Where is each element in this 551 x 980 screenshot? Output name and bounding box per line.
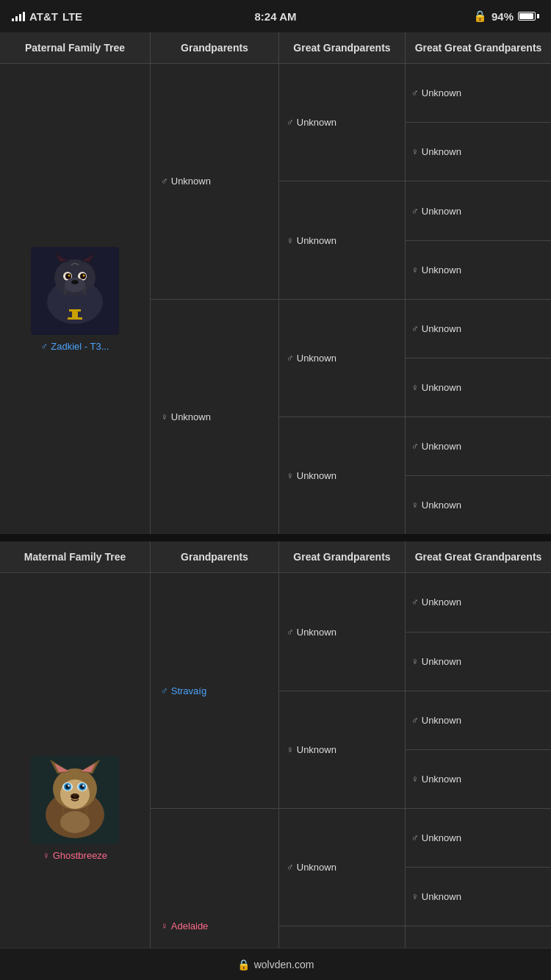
paternal-gggp-7-symbol: ♀: [411, 500, 419, 511]
maternal-gggp-4-symbol: ♂: [411, 832, 419, 843]
paternal-grandfather-node[interactable]: ♂ Unknown: [161, 176, 211, 187]
paternal-ggp-3-symbol: ♀: [287, 470, 294, 481]
paternal-gggp-2-name: Unknown: [422, 206, 461, 217]
paternal-gp-col: ♂ Unknown ♀ Unknown: [151, 64, 279, 534]
paternal-gggp-2-symbol: ♂: [411, 206, 419, 217]
maternal-gggp-4-name: Unknown: [422, 832, 461, 843]
paternal-gggp-6[interactable]: ♂ Unknown: [406, 417, 551, 476]
paternal-gggp-3-symbol: ♀: [411, 264, 419, 275]
paternal-ggp-3[interactable]: ♀ Unknown: [279, 417, 405, 534]
maternal-grandmother-name: Adelaide: [171, 920, 209, 932]
paternal-gggp-7[interactable]: ♀ Unknown: [406, 476, 551, 534]
maternal-ggp-2[interactable]: ♂ Unknown: [279, 809, 405, 926]
maternal-gggp-5[interactable]: ♀ Unknown: [406, 868, 551, 926]
maternal-gggp-0[interactable]: ♂ Unknown: [406, 573, 551, 632]
svg-rect-16: [72, 311, 78, 317]
paternal-gggp-7-name: Unknown: [422, 500, 461, 511]
paternal-gggp-5-name: Unknown: [422, 382, 461, 393]
paternal-ggp-2[interactable]: ♂ Unknown: [279, 300, 405, 417]
maternal-gggp-2-name: Unknown: [422, 715, 461, 726]
maternal-section: Maternal Family Tree Grandparents Great …: [0, 541, 551, 980]
paternal-gggp-0[interactable]: ♂ Unknown: [406, 64, 551, 123]
maternal-gggp-3[interactable]: ♀ Unknown: [406, 750, 551, 809]
svg-point-12: [83, 274, 85, 276]
paternal-grandfather-block: ♂ Unknown: [151, 64, 278, 300]
paternal-avatar[interactable]: [31, 247, 119, 335]
paternal-gggp-4[interactable]: ♂ Unknown: [406, 300, 551, 359]
maternal-gggp-2[interactable]: ♂ Unknown: [406, 691, 551, 750]
paternal-gggp-0-symbol: ♂: [411, 87, 419, 98]
maternal-grandmother-symbol: ♀: [161, 920, 168, 932]
paternal-gggp-2[interactable]: ♂ Unknown: [406, 181, 551, 240]
paternal-ggp-2-name: Unknown: [297, 353, 336, 364]
signal-bars: [12, 11, 25, 21]
paternal-gggp-5-symbol: ♀: [411, 382, 419, 393]
paternal-gggp-1-name: Unknown: [422, 146, 461, 157]
bottom-bar: 🔒 wolvden.com: [0, 948, 551, 980]
svg-point-37: [60, 811, 90, 833]
svg-point-36: [76, 796, 79, 798]
maternal-gggp-0-name: Unknown: [422, 597, 461, 608]
svg-point-35: [71, 796, 74, 798]
maternal-ggp-header: Great Grandparents: [279, 541, 406, 572]
paternal-ggp-1[interactable]: ♀ Unknown: [279, 181, 405, 299]
maternal-subject-gender-symbol: ♀: [43, 850, 50, 861]
paternal-gggp-1[interactable]: ♀ Unknown: [406, 123, 551, 181]
footer-lock-icon: 🔒: [237, 959, 250, 970]
battery-percent: 94%: [491, 10, 514, 23]
maternal-avatar[interactable]: [31, 756, 119, 844]
maternal-grandfather-block: ♂ Stravaíg: [151, 573, 278, 809]
paternal-title-header: Paternal Family Tree: [0, 32, 151, 63]
section-divider: [0, 536, 551, 541]
maternal-header: Maternal Family Tree Grandparents Great …: [0, 541, 551, 573]
maternal-ggp-1-name: Unknown: [297, 744, 336, 755]
svg-point-32: [68, 785, 70, 787]
paternal-gggp-6-name: Unknown: [422, 441, 461, 452]
paternal-grandmother-symbol: ♀: [161, 411, 168, 422]
maternal-ggp-2-name: Unknown: [297, 862, 336, 873]
maternal-grandmother-node[interactable]: ♀ Adelaide: [161, 920, 208, 932]
maternal-subject-name[interactable]: ♀ Ghostbreeze: [43, 850, 107, 861]
paternal-grandmother-block: ♀ Unknown: [151, 300, 278, 535]
lock-icon: 🔒: [473, 10, 487, 23]
maternal-subject-name-text: Ghostbreeze: [53, 850, 107, 861]
paternal-gggp-col: ♂ Unknown ♀ Unknown ♂ Unknown ♀ Unknown …: [406, 64, 551, 534]
maternal-gggp-4[interactable]: ♂ Unknown: [406, 809, 551, 868]
maternal-ggp-1[interactable]: ♀ Unknown: [279, 691, 405, 809]
paternal-subject-name[interactable]: ♂ Zadkiel - T3...: [41, 341, 109, 352]
paternal-ggp-3-name: Unknown: [297, 470, 336, 481]
maternal-subject-col: ♀ Ghostbreeze: [0, 573, 151, 980]
paternal-ggp-0[interactable]: ♂ Unknown: [279, 64, 405, 181]
carrier-label: AT&T: [29, 10, 58, 23]
paternal-subject-col: ♂ Zadkiel - T3...: [0, 64, 151, 534]
network-label: LTE: [62, 10, 82, 23]
paternal-grandmother-name: Unknown: [171, 411, 211, 422]
paternal-header: Paternal Family Tree Grandparents Great …: [0, 32, 551, 64]
paternal-grandfather-name: Unknown: [171, 176, 211, 187]
paternal-gggp-6-symbol: ♂: [411, 441, 419, 452]
paternal-gp-header: Grandparents: [151, 32, 279, 63]
footer-url[interactable]: wolvden.com: [254, 959, 314, 970]
paternal-ggp-0-name: Unknown: [297, 117, 336, 128]
maternal-gggp-5-name: Unknown: [422, 891, 461, 902]
maternal-gggp-col: ♂ Unknown ♀ Unknown ♂ Unknown ♀ Unknown …: [406, 573, 551, 980]
maternal-grandfather-node[interactable]: ♂ Stravaíg: [161, 685, 206, 696]
status-right: 🔒 94%: [473, 10, 539, 23]
paternal-ggp-1-symbol: ♀: [287, 235, 294, 246]
paternal-grandfather-symbol: ♂: [161, 176, 168, 187]
paternal-ggp-1-name: Unknown: [297, 235, 336, 246]
maternal-gp-col: ♂ Stravaíg ♀ Adelaide: [151, 573, 279, 980]
maternal-ggp-0-name: Unknown: [297, 627, 336, 638]
paternal-grandmother-node[interactable]: ♀ Unknown: [161, 411, 211, 422]
maternal-ggp-2-symbol: ♂: [287, 862, 294, 873]
paternal-gggp-5[interactable]: ♀ Unknown: [406, 359, 551, 417]
maternal-gggp-3-name: Unknown: [422, 774, 461, 785]
maternal-gggp-1-name: Unknown: [422, 656, 461, 667]
paternal-great-gp-col: ♂ Unknown ♀ Unknown ♂ Unknown ♀ Unknown: [279, 64, 406, 534]
maternal-gggp-1[interactable]: ♀ Unknown: [406, 633, 551, 691]
paternal-gggp-4-name: Unknown: [422, 323, 461, 334]
maternal-gggp-1-symbol: ♀: [411, 656, 419, 667]
maternal-ggp-0[interactable]: ♂ Unknown: [279, 573, 405, 691]
paternal-gggp-3[interactable]: ♀ Unknown: [406, 241, 551, 300]
maternal-great-gp-col: ♂ Unknown ♀ Unknown ♂ Unknown ♀ Unknown: [279, 573, 406, 980]
